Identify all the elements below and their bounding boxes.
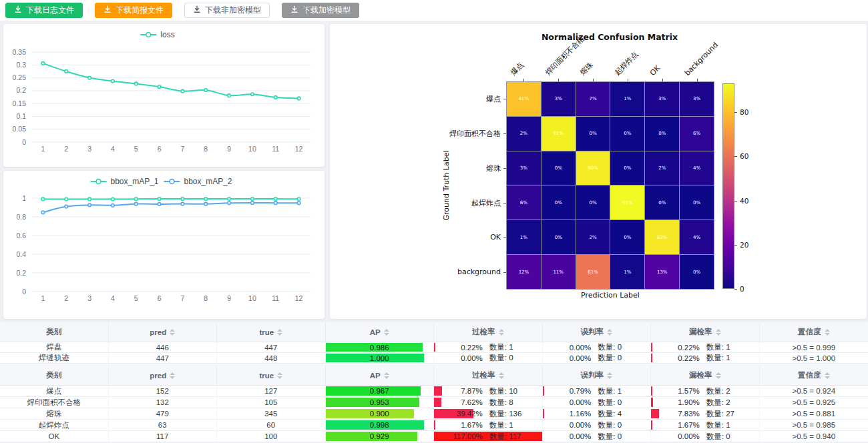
- x-tick-label: 12: [295, 145, 303, 153]
- download-log-button[interactable]: 下载日志文件: [5, 3, 83, 18]
- data-point: [41, 211, 45, 214]
- x-tick-label: 7: [180, 145, 184, 153]
- column-header-pred[interactable]: pred: [109, 322, 218, 342]
- rate-count: 数量: 1: [706, 342, 746, 352]
- legend-item-bbox_mAP_2[interactable]: bbox_mAP_2: [164, 177, 232, 186]
- rate-count: 数量: 27: [706, 409, 746, 419]
- x-tick-label: 3: [87, 294, 91, 302]
- column-header-AP[interactable]: AP: [326, 366, 435, 385]
- matrix-cell: 3%: [680, 82, 714, 116]
- y-tick-label: 0.6: [16, 232, 26, 240]
- legend-item-bbox_mAP_1[interactable]: bbox_mAP_1: [91, 177, 159, 186]
- rate-cell: 117.00%数量: 117: [434, 431, 543, 442]
- colorbar-tick: [734, 201, 737, 201]
- matrix-cell: 0%: [680, 185, 714, 219]
- sort-carets-icon[interactable]: [170, 329, 175, 336]
- column-header-置信度[interactable]: 置信度: [760, 366, 868, 385]
- defect-detail-table: 类别predtrueAP过检率误判率漏检率置信度爆点1521270.9677.8…: [0, 366, 868, 442]
- confidence-cell: >0.5 = 0.940: [760, 431, 868, 442]
- download-plain-model-button[interactable]: 下载非加密模型: [184, 3, 270, 18]
- column-header-误判率[interactable]: 误判率: [543, 322, 652, 342]
- rate-bar: [651, 398, 653, 407]
- matrix-tick: [628, 79, 628, 81]
- download-icon: [14, 5, 22, 15]
- column-header-漏检率[interactable]: 漏检率: [651, 322, 760, 342]
- data-point: [112, 203, 115, 207]
- matrix-col-label: OK: [648, 64, 662, 77]
- sort-carets-icon[interactable]: [825, 329, 830, 336]
- download-encrypted-model-button[interactable]: 下载加密模型: [282, 3, 359, 18]
- colorbar-tick-label: 80: [740, 108, 748, 116]
- rate-cell: 7.62%数量: 8: [434, 397, 543, 408]
- matrix-tick: [503, 133, 506, 134]
- matrix-tick: [503, 272, 506, 273]
- data-point: [297, 197, 300, 201]
- matrix-cell: 2%: [507, 117, 541, 151]
- sort-carets-icon[interactable]: [607, 372, 612, 379]
- matrix-tick: [503, 203, 506, 203]
- column-header-过检率[interactable]: 过检率: [434, 322, 543, 342]
- sort-carets-icon[interactable]: [716, 329, 721, 336]
- column-header-label: 过检率: [472, 327, 495, 337]
- matrix-cell: 3%: [645, 82, 679, 116]
- download-report-button[interactable]: 下载简报文件: [95, 3, 172, 18]
- pred-cell: 152: [109, 386, 218, 396]
- column-header-漏检率[interactable]: 漏检率: [651, 366, 760, 385]
- weld-summary-table: 类别predtrueAP过检率误判率漏检率置信度焊盘4464470.9860.2…: [0, 322, 868, 364]
- dashboard: 下载日志文件 下载简报文件 下载非加密模型 下载加密模型 00.050.10.1…: [0, 0, 868, 443]
- data-point: [88, 197, 91, 201]
- x-tick-label: 5: [134, 145, 138, 153]
- matrix-tick: [503, 168, 506, 169]
- matrix-row-label: 熔珠: [330, 163, 501, 173]
- sort-carets-icon[interactable]: [384, 372, 389, 379]
- rate-count: 数量: 1: [489, 342, 529, 352]
- ap-cell: 0.929: [326, 431, 435, 442]
- sort-carets-icon[interactable]: [499, 372, 504, 379]
- matrix-col-label: 爆点: [508, 60, 525, 77]
- rate-count: 数量: 8: [489, 398, 529, 408]
- column-header-误判率[interactable]: 误判率: [543, 366, 652, 385]
- column-header-label: pred: [150, 372, 166, 380]
- colorbar-tick-label: 40: [740, 197, 748, 205]
- svg-text:bbox_mAP_2: bbox_mAP_2: [184, 177, 232, 186]
- sort-carets-icon[interactable]: [277, 372, 282, 379]
- column-header-过检率[interactable]: 过检率: [434, 366, 543, 385]
- rate-cell: 1.67%数量: 1: [434, 420, 543, 430]
- sort-carets-icon[interactable]: [607, 329, 612, 336]
- x-tick-label: 9: [227, 294, 231, 302]
- column-header-置信度[interactable]: 置信度: [760, 322, 868, 342]
- column-header-label: AP: [370, 328, 381, 336]
- matrix-row-label: background: [330, 268, 501, 276]
- data-point: [297, 201, 300, 205]
- column-header-pred[interactable]: pred: [109, 366, 218, 385]
- matrix-cell: 6%: [680, 117, 714, 151]
- pred-cell: 132: [109, 397, 218, 408]
- data-point: [274, 96, 277, 99]
- rate-cell: 0.00%数量: 0: [543, 342, 652, 352]
- column-header-true[interactable]: true: [217, 366, 326, 385]
- true-cell: 447: [217, 342, 326, 352]
- y-tick-label: 0.8: [16, 213, 26, 221]
- data-point: [134, 197, 138, 201]
- matrix-cell: 3%: [507, 151, 541, 185]
- sort-carets-icon[interactable]: [277, 329, 282, 336]
- colorbar-tick: [734, 156, 737, 157]
- sort-carets-icon[interactable]: [384, 329, 389, 336]
- rate-bar: [651, 386, 652, 396]
- y-tick-label: 0.15: [13, 99, 27, 107]
- sort-carets-icon[interactable]: [170, 372, 175, 379]
- matrix-row-label: 起焊炸点: [330, 198, 501, 208]
- ap-value: 0.967: [370, 387, 389, 395]
- sort-carets-icon[interactable]: [716, 372, 721, 379]
- column-header-true[interactable]: true: [217, 322, 326, 342]
- sort-carets-icon[interactable]: [499, 329, 504, 336]
- confidence-cell: >0.5 = 0.985: [760, 420, 868, 430]
- table-row: 熔珠4793450.90039.42%数量: 1361.16%数量: 47.83…: [0, 408, 868, 420]
- colorbar-tick-label: 0: [740, 285, 744, 293]
- sort-carets-icon[interactable]: [825, 372, 830, 379]
- true-cell: 100: [217, 431, 326, 442]
- rate-count: 数量: 0: [489, 353, 529, 363]
- column-header-label: pred: [150, 328, 166, 336]
- legend-item-loss[interactable]: loss: [140, 30, 174, 39]
- column-header-AP[interactable]: AP: [326, 322, 435, 342]
